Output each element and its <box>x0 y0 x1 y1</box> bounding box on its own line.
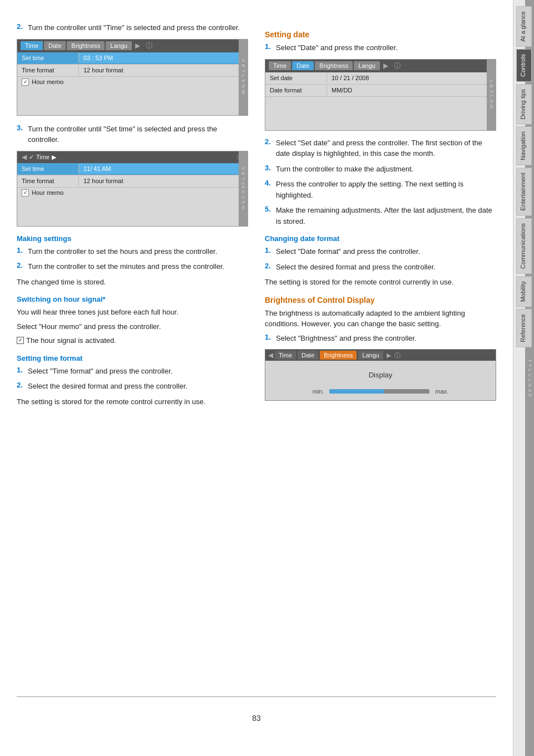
brightness-min-label: min. <box>313 388 324 395</box>
tab-brightness-1[interactable]: Brightness <box>67 41 105 50</box>
date-format-step-2-text: Select the desired format and press the … <box>276 262 436 273</box>
date-format-step-2: 2. Select the desired format and press t… <box>265 262 496 273</box>
date-step-4-num: 4. <box>265 179 273 200</box>
brightness-mockup-header: ◀ Time Date Brightness Langu ▶ ⓘ <box>265 350 496 361</box>
tab-langu-brightness[interactable]: Langu <box>358 351 383 360</box>
date-mockup-header: Time Date Brightness Langu ▶ ⓘ <box>265 60 496 72</box>
date-mockup-spacer <box>265 97 496 130</box>
switching-title: Switching on hour signal* <box>17 295 248 303</box>
row-hour-memo-2: ✓ Hour memo <box>17 188 248 198</box>
arrow-info-1: ⓘ <box>144 41 155 51</box>
row-time-format-2-value: 12 hour format <box>78 176 248 186</box>
making-step-2-text: Turn the controller to set the minutes a… <box>28 261 225 272</box>
date-format-step-2-num: 2. <box>265 262 273 273</box>
time-format-step-1: 1. Select "Time format" and press the co… <box>17 366 248 377</box>
brightness-body: Display min. max. <box>265 361 496 400</box>
date-format-step-1-text: Select "Date format" and press the contr… <box>276 246 420 257</box>
tab-langu-date[interactable]: Langu <box>354 61 380 70</box>
date-mockup-stripe-text: L E T L P H <box>489 80 494 109</box>
time-format-note: The setting is stored for the remote con… <box>17 396 248 408</box>
date-step-5: 5. Make the remaining adjustments. After… <box>265 205 496 227</box>
date-step-2: 2. Select "Set date" and press the contr… <box>265 138 496 159</box>
row-date-format-value: MM/DD <box>327 85 496 95</box>
hour-signal-text: The hour signal is activated. <box>26 335 116 346</box>
sidebar-tab-mobility[interactable]: Mobility <box>516 276 532 307</box>
row-set-time-value: 03 : 53 PM <box>78 53 248 63</box>
sidebar-tab-communications[interactable]: Communications <box>516 218 532 274</box>
date-step-4-text: Press the controller to apply the settin… <box>276 179 496 200</box>
mockup2-sidebar-text: V E T L4 C 0 5 m <box>241 167 246 210</box>
brightness-text: The brightness is automatically adapted … <box>265 308 496 330</box>
making-step-2: 2. Turn the controller to set the minute… <box>17 261 248 272</box>
sidebar-tab-driving-tips[interactable]: Driving tips <box>516 84 532 124</box>
row-date-format: Date format MM/DD <box>265 85 496 97</box>
tab-brightness-brightness[interactable]: Brightness <box>320 351 357 360</box>
sidebar-tab-navigation[interactable]: Navigation <box>516 126 532 165</box>
making-settings-title: Making settings <box>17 234 248 243</box>
time-format-step-2: 2. Select the desired format and press t… <box>17 381 248 392</box>
mockup2-title: Time <box>36 154 50 160</box>
hour-memo-checkbox: ✓ <box>22 78 29 86</box>
mockup1-spacer <box>17 87 248 115</box>
brightness-slider-track[interactable] <box>329 389 429 394</box>
tab-date-1[interactable]: Date <box>44 41 66 50</box>
tab-brightness-date[interactable]: Brightness <box>315 61 353 70</box>
setting-date-step1: 1. Select "Date" and press the controlle… <box>265 42 496 53</box>
row-time-format-label: Time format <box>17 65 78 75</box>
bottom-divider <box>17 696 496 697</box>
setting-date-step1-text: Select "Date" and press the controller. <box>276 42 398 53</box>
time-mockup-2: ◀ ✓ Time ▶ ⓘ Set time 11/ 41 AM <box>17 151 248 227</box>
tab-time-brightness[interactable]: Time <box>275 351 296 360</box>
mockup2-spacer <box>17 198 248 226</box>
making-step-1-text: Turn the controller to set the hours and… <box>28 246 217 257</box>
hour-memo-label-2: Hour memo <box>32 189 63 196</box>
hour-signal-checkbox-icon: ✓ <box>17 337 24 344</box>
step-3: 3. Turn the controller until "Set time" … <box>17 124 248 145</box>
tab-time-date[interactable]: Time <box>269 61 291 70</box>
back-arrow-icon: ◀ <box>22 153 27 161</box>
row-time-format: Time format 12 hour format <box>17 65 248 77</box>
brightness-mockup-stripe-text: T T L V L N 0 5 <box>527 359 532 397</box>
brightness-step-1-text: Select "Brightness" and press the contro… <box>276 333 417 344</box>
date-mockup: Time Date Brightness Langu ▶ ⓘ Set date … <box>265 59 496 131</box>
tab-date-date[interactable]: Date <box>292 61 314 70</box>
date-mockup-rows: Set date 10 / 21 / 2008 Date format MM/D… <box>265 72 496 130</box>
brightness-max-label: max. <box>435 388 448 395</box>
sidebar-tab-controls[interactable]: Controls <box>516 49 532 82</box>
sidebar-tab-entertainment[interactable]: Entertainment <box>516 168 532 215</box>
mockup2-header: ◀ ✓ Time ▶ ⓘ <box>17 151 248 163</box>
sidebar-tab-reference[interactable]: Reference <box>516 309 532 347</box>
row-set-time-2: Set time 11/ 41 AM <box>17 163 248 175</box>
sidebar-tab-at-a-glance[interactable]: At a glance <box>516 6 532 47</box>
brightness-display-label: Display <box>369 371 393 379</box>
date-format-note: The setting is stored for the remote con… <box>265 277 496 288</box>
changing-date-format-title: Changing date format <box>265 234 496 243</box>
mockup2-rows: Set time 11/ 41 AM Time format 12 hour f… <box>17 163 248 226</box>
date-step-5-text: Make the remaining adjustments. After th… <box>276 205 496 227</box>
forward-icon: ▶ <box>52 154 56 161</box>
arrow-brightness-1: ▶ <box>385 352 393 359</box>
date-step-2-num: 2. <box>265 138 273 159</box>
tab-langu-1[interactable]: Langu <box>106 41 132 50</box>
row-hour-memo: ✓ Hour memo <box>17 77 248 87</box>
mockup1-header: Time Date Brightness Langu ▶ ⓘ <box>17 40 248 52</box>
info-brightness: ⓘ <box>394 351 400 360</box>
brightness-slider-fill <box>329 389 384 394</box>
row-set-time-2-value: 11/ 41 AM <box>78 164 248 174</box>
date-step-3-text: Turn the controller to make the adjustme… <box>276 164 413 175</box>
setting-time-format-title: Setting time format <box>17 354 248 362</box>
date-format-step-1: 1. Select "Date format" and press the co… <box>265 246 496 257</box>
tab-date-brightness[interactable]: Date <box>298 351 318 360</box>
date-step-3: 3. Turn the controller to make the adjus… <box>265 164 496 175</box>
time-format-step-2-num: 2. <box>17 381 24 392</box>
page-number: 83 <box>17 714 496 723</box>
row-date-format-label: Date format <box>265 85 327 95</box>
tab-time-1[interactable]: Time <box>21 41 43 50</box>
making-note: The changed time is stored. <box>17 277 248 288</box>
brightness-back-arrow: ◀ <box>268 351 273 359</box>
setting-date-title: Setting date <box>265 30 496 39</box>
mockup1-sidebar-text: V E T L S N W <box>241 59 246 95</box>
brightness-step-1: 1. Select "Brightness" and press the con… <box>265 333 496 344</box>
arrow-1: ▶ <box>133 42 142 50</box>
time-mockup-1: Time Date Brightness Langu ▶ ⓘ Set time … <box>17 39 248 116</box>
